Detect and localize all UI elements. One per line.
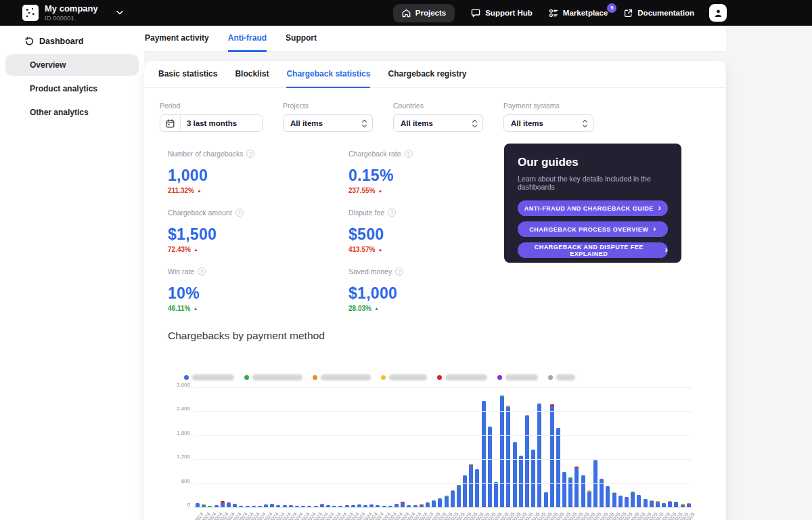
stat-label-text: Dispute fee — [348, 209, 384, 217]
blue-segment — [500, 397, 504, 507]
x-axis-tick: 19.08.2025 — [668, 510, 672, 519]
chart-bar — [562, 472, 566, 507]
nav-support-hub[interactable]: Support Hub — [471, 9, 533, 18]
legend-item-yellow[interactable] — [381, 374, 427, 381]
help-icon[interactable]: ? — [388, 209, 396, 217]
gridline — [194, 459, 692, 460]
blue-segment — [475, 469, 479, 507]
x-axis-tick: 18.08.2024 — [289, 510, 293, 519]
stat-delta: 211.32%▲ — [168, 187, 348, 194]
topbar-nav: ProjectsSupport HubMarketplace9Documenta… — [393, 4, 694, 22]
help-icon[interactable]: ? — [395, 267, 403, 276]
stat-delta-value: 46.11% — [168, 305, 190, 312]
tab-payment-activity[interactable]: Payment activity — [145, 26, 209, 52]
stat-label: Chargeback rate? — [348, 150, 504, 158]
y-axis-tick: 2,400 — [163, 406, 190, 412]
chart-bar — [482, 401, 486, 507]
divider — [180, 115, 181, 131]
filter-countries: CountriesAll items — [393, 102, 483, 132]
gridline — [194, 387, 692, 388]
help-icon[interactable]: ? — [405, 150, 413, 158]
legend-item-blue[interactable] — [184, 374, 234, 381]
subtab-basic-statistics[interactable]: Basic statistics — [158, 61, 217, 88]
blue-segment — [625, 498, 629, 507]
filter-label: Projects — [283, 102, 373, 110]
user-menu-button[interactable] — [709, 4, 727, 22]
chart-bar — [445, 496, 449, 507]
legend-item-purple[interactable] — [497, 374, 538, 381]
legend-item-red[interactable] — [437, 374, 487, 381]
x-axis-tick: 09.04.2025 — [531, 510, 535, 519]
legend-label-redacted — [321, 374, 371, 381]
tab-support[interactable]: Support — [286, 26, 317, 52]
tab-anti-fraud[interactable]: Anti-fraud — [228, 26, 267, 52]
filter-value: All items — [401, 119, 433, 127]
stat-chargeback-rate: Chargeback rate?0.15%237.55%▲ — [348, 150, 504, 194]
x-axis-tick: 26.02.2025 — [488, 510, 492, 519]
stat-delta-value: 413.57% — [348, 246, 375, 253]
stat-value: $1,000 — [348, 284, 504, 303]
chart-bar — [612, 492, 616, 507]
stat-label: Chargeback amount? — [168, 209, 348, 217]
chart-bar — [644, 499, 648, 507]
period-picker[interactable]: 3 last months — [160, 114, 263, 132]
nav-marketplace[interactable]: Marketplace9 — [549, 9, 608, 18]
chart-bar — [537, 404, 541, 507]
x-axis-tick: 03.04.2025 — [525, 510, 529, 519]
subtab-chargeback-statistics[interactable]: Chargeback statistics — [286, 61, 370, 88]
company-switcher[interactable]: My company ID 000001 — [22, 4, 123, 22]
legend-item-gray[interactable] — [548, 374, 575, 381]
trend-up-icon: ▲ — [378, 247, 382, 252]
x-axis-tick: 29.09.2024 — [332, 510, 336, 519]
x-axis-tick: 19.07.2024 — [258, 510, 262, 519]
chart-bar — [674, 502, 678, 507]
x-axis-tick: 04.12.2024 — [401, 510, 405, 519]
chart-bar — [438, 498, 442, 507]
guide-button-anti-fraud-and-chargeback-guide[interactable]: ANTI-FRAUD AND CHARGEBACK GUIDE› — [518, 200, 668, 216]
legend-label-redacted — [556, 374, 575, 381]
blue-segment — [562, 472, 566, 507]
notification-badge: 9 — [607, 3, 616, 13]
legend-item-orange[interactable] — [313, 374, 371, 381]
legend-item-green[interactable] — [244, 374, 302, 381]
blue-segment — [650, 501, 654, 507]
nav-projects[interactable]: Projects — [393, 4, 455, 22]
projects-select[interactable]: All items — [283, 114, 373, 132]
subtab-chargeback-registry[interactable]: Chargeback registry — [388, 61, 466, 88]
x-axis-tick: 04.11.2024 — [369, 510, 374, 519]
x-axis-tick: 14.07.2025 — [631, 510, 635, 519]
stat-label-text: Number of chargebacks — [168, 150, 243, 158]
help-icon[interactable]: ? — [246, 150, 254, 158]
sidebar-item-overview[interactable]: Overview — [5, 54, 139, 76]
stats-grid: Number of chargebacks?1,000211.32%▲Charg… — [168, 150, 504, 312]
stat-delta: 46.11%▲ — [168, 305, 348, 312]
nav-documentation[interactable]: Documentation — [624, 9, 694, 18]
trend-up-icon: ▲ — [193, 306, 198, 311]
sidebar-section-label: Dashboard — [39, 37, 83, 46]
y-axis-tick: 3,000 — [163, 382, 190, 388]
blue-segment — [506, 407, 510, 507]
help-icon[interactable]: ? — [235, 209, 244, 217]
main-content: Payment activityAnti-fraudSupport Basic … — [144, 26, 726, 520]
gray-series-dot-icon — [548, 375, 553, 380]
x-axis-tick: 08.07.2025 — [625, 510, 629, 519]
x-axis-tick: 15.04.2025 — [537, 510, 541, 519]
guide-button-chargeback-process-overview[interactable]: CHARGEBACK PROCESS OVERVIEW› — [518, 221, 668, 237]
filter-period: Period3 last months — [160, 102, 263, 132]
payment-systems-select[interactable]: All items — [503, 114, 593, 132]
sidebar-item-product-analytics[interactable]: Product analytics — [5, 78, 139, 100]
x-axis-tick: 22.12.2024 — [420, 510, 424, 519]
chart-bar — [475, 469, 479, 507]
help-icon[interactable]: ? — [198, 267, 206, 276]
x-axis-tick: 26.07.2025 — [644, 510, 648, 519]
updown-chevrons-icon — [582, 119, 588, 128]
countries-select[interactable]: All items — [393, 114, 483, 132]
gridline — [194, 411, 692, 412]
guide-button-chargeback-and-dispute-fee-explained[interactable]: CHARGEBACK AND DISPUTE FEE EXPLAINED› — [518, 242, 668, 258]
subtab-blocklist[interactable]: Blocklist — [235, 61, 269, 88]
green-series-dot-icon — [244, 375, 249, 380]
sidebar-item-other-analytics[interactable]: Other analytics — [5, 102, 139, 123]
chart-section: Chargebacks by payment method 20.05.2024… — [144, 330, 726, 508]
chart-bar — [574, 467, 579, 507]
chevron-down-icon — [116, 10, 123, 15]
